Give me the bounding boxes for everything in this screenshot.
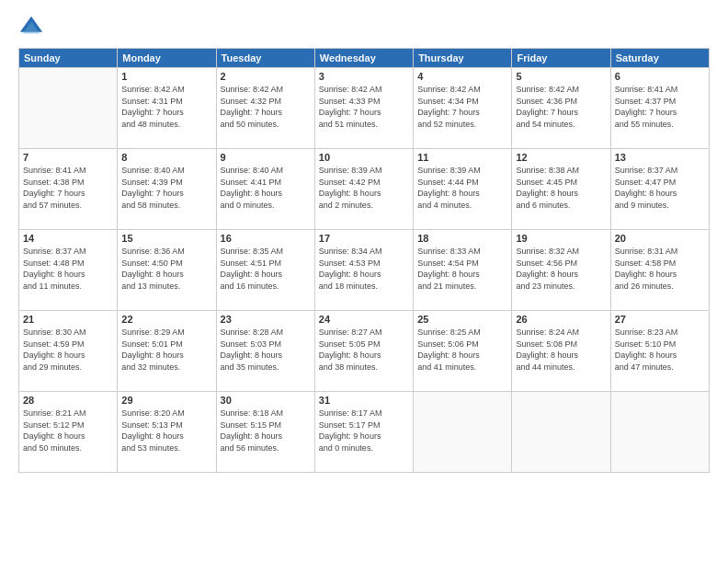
- calendar-cell: 11Sunrise: 8:39 AM Sunset: 4:44 PM Dayli…: [414, 149, 512, 230]
- weekday-monday: Monday: [118, 49, 216, 68]
- week-row-2: 7Sunrise: 8:41 AM Sunset: 4:38 PM Daylig…: [19, 149, 710, 230]
- day-number: 7: [23, 152, 113, 163]
- weekday-thursday: Thursday: [414, 49, 512, 68]
- day-info: Sunrise: 8:20 AM Sunset: 5:13 PM Dayligh…: [121, 408, 211, 454]
- day-number: 1: [121, 71, 211, 82]
- day-number: 22: [121, 314, 211, 325]
- day-info: Sunrise: 8:36 AM Sunset: 4:50 PM Dayligh…: [121, 246, 211, 292]
- calendar-cell: 28Sunrise: 8:21 AM Sunset: 5:12 PM Dayli…: [19, 392, 118, 473]
- calendar-cell: 3Sunrise: 8:42 AM Sunset: 4:33 PM Daylig…: [314, 68, 413, 149]
- day-number: 9: [221, 152, 311, 163]
- week-row-1: 1Sunrise: 8:42 AM Sunset: 4:31 PM Daylig…: [19, 68, 710, 149]
- week-row-5: 28Sunrise: 8:21 AM Sunset: 5:12 PM Dayli…: [19, 392, 710, 473]
- week-row-3: 14Sunrise: 8:37 AM Sunset: 4:48 PM Dayli…: [19, 230, 710, 311]
- day-number: 6: [615, 71, 705, 82]
- calendar-cell: 9Sunrise: 8:40 AM Sunset: 4:41 PM Daylig…: [216, 149, 314, 230]
- calendar-cell: 8Sunrise: 8:40 AM Sunset: 4:39 PM Daylig…: [118, 149, 216, 230]
- day-number: 31: [319, 395, 409, 406]
- calendar-cell: 20Sunrise: 8:31 AM Sunset: 4:58 PM Dayli…: [610, 230, 709, 311]
- day-number: 13: [615, 152, 705, 163]
- day-info: Sunrise: 8:25 AM Sunset: 5:06 PM Dayligh…: [417, 327, 507, 373]
- calendar-cell: 29Sunrise: 8:20 AM Sunset: 5:13 PM Dayli…: [118, 392, 216, 473]
- calendar-cell: 13Sunrise: 8:37 AM Sunset: 4:47 PM Dayli…: [610, 149, 709, 230]
- day-info: Sunrise: 8:40 AM Sunset: 4:39 PM Dayligh…: [121, 165, 211, 211]
- day-number: 23: [221, 314, 311, 325]
- day-info: Sunrise: 8:40 AM Sunset: 4:41 PM Dayligh…: [221, 165, 311, 211]
- day-info: Sunrise: 8:37 AM Sunset: 4:47 PM Dayligh…: [615, 165, 705, 211]
- day-number: 27: [615, 314, 705, 325]
- day-info: Sunrise: 8:28 AM Sunset: 5:03 PM Dayligh…: [221, 327, 311, 373]
- calendar-cell: 15Sunrise: 8:36 AM Sunset: 4:50 PM Dayli…: [118, 230, 216, 311]
- calendar-cell: 22Sunrise: 8:29 AM Sunset: 5:01 PM Dayli…: [118, 311, 216, 392]
- calendar-cell: 16Sunrise: 8:35 AM Sunset: 4:51 PM Dayli…: [216, 230, 314, 311]
- day-info: Sunrise: 8:21 AM Sunset: 5:12 PM Dayligh…: [23, 408, 113, 454]
- logo-icon: [18, 15, 44, 40]
- calendar-cell: 2Sunrise: 8:42 AM Sunset: 4:32 PM Daylig…: [216, 68, 314, 149]
- day-info: Sunrise: 8:24 AM Sunset: 5:08 PM Dayligh…: [516, 327, 606, 373]
- day-number: 8: [121, 152, 211, 163]
- weekday-tuesday: Tuesday: [216, 49, 314, 68]
- calendar-cell: 6Sunrise: 8:41 AM Sunset: 4:37 PM Daylig…: [610, 68, 709, 149]
- day-info: Sunrise: 8:31 AM Sunset: 4:58 PM Dayligh…: [615, 246, 705, 292]
- day-info: Sunrise: 8:42 AM Sunset: 4:34 PM Dayligh…: [417, 84, 507, 130]
- day-info: Sunrise: 8:39 AM Sunset: 4:42 PM Dayligh…: [319, 165, 409, 211]
- calendar-cell: 30Sunrise: 8:18 AM Sunset: 5:15 PM Dayli…: [216, 392, 314, 473]
- day-info: Sunrise: 8:35 AM Sunset: 4:51 PM Dayligh…: [221, 246, 311, 292]
- calendar-cell: [610, 392, 709, 473]
- calendar-cell: [512, 392, 610, 473]
- calendar-cell: 17Sunrise: 8:34 AM Sunset: 4:53 PM Dayli…: [314, 230, 413, 311]
- day-info: Sunrise: 8:39 AM Sunset: 4:44 PM Dayligh…: [417, 165, 507, 211]
- day-number: 19: [516, 233, 606, 244]
- day-info: Sunrise: 8:29 AM Sunset: 5:01 PM Dayligh…: [121, 327, 211, 373]
- day-info: Sunrise: 8:41 AM Sunset: 4:38 PM Dayligh…: [23, 165, 113, 211]
- day-info: Sunrise: 8:34 AM Sunset: 4:53 PM Dayligh…: [319, 246, 409, 292]
- day-info: Sunrise: 8:42 AM Sunset: 4:36 PM Dayligh…: [516, 84, 606, 130]
- day-number: 24: [319, 314, 409, 325]
- day-number: 10: [319, 152, 409, 163]
- weekday-saturday: Saturday: [610, 49, 709, 68]
- logo: [18, 15, 48, 40]
- header: [18, 15, 710, 40]
- day-number: 2: [221, 71, 311, 82]
- day-info: Sunrise: 8:42 AM Sunset: 4:32 PM Dayligh…: [221, 84, 311, 130]
- day-number: 25: [417, 314, 507, 325]
- calendar-cell: 1Sunrise: 8:42 AM Sunset: 4:31 PM Daylig…: [118, 68, 216, 149]
- day-number: 18: [417, 233, 507, 244]
- day-number: 12: [516, 152, 606, 163]
- day-number: 26: [516, 314, 606, 325]
- day-info: Sunrise: 8:42 AM Sunset: 4:33 PM Dayligh…: [319, 84, 409, 130]
- day-info: Sunrise: 8:27 AM Sunset: 5:05 PM Dayligh…: [319, 327, 409, 373]
- day-info: Sunrise: 8:32 AM Sunset: 4:56 PM Dayligh…: [516, 246, 606, 292]
- day-number: 20: [615, 233, 705, 244]
- day-number: 29: [121, 395, 211, 406]
- calendar-cell: 19Sunrise: 8:32 AM Sunset: 4:56 PM Dayli…: [512, 230, 610, 311]
- calendar-cell: 7Sunrise: 8:41 AM Sunset: 4:38 PM Daylig…: [19, 149, 118, 230]
- calendar-cell: 31Sunrise: 8:17 AM Sunset: 5:17 PM Dayli…: [314, 392, 413, 473]
- calendar-cell: [19, 68, 118, 149]
- day-info: Sunrise: 8:23 AM Sunset: 5:10 PM Dayligh…: [615, 327, 705, 373]
- day-info: Sunrise: 8:30 AM Sunset: 4:59 PM Dayligh…: [23, 327, 113, 373]
- calendar-cell: 21Sunrise: 8:30 AM Sunset: 4:59 PM Dayli…: [19, 311, 118, 392]
- weekday-sunday: Sunday: [19, 49, 118, 68]
- day-number: 28: [23, 395, 113, 406]
- day-number: 30: [221, 395, 311, 406]
- day-number: 14: [23, 233, 113, 244]
- calendar-cell: 14Sunrise: 8:37 AM Sunset: 4:48 PM Dayli…: [19, 230, 118, 311]
- day-number: 5: [516, 71, 606, 82]
- calendar-cell: 25Sunrise: 8:25 AM Sunset: 5:06 PM Dayli…: [414, 311, 512, 392]
- day-number: 3: [319, 71, 409, 82]
- weekday-friday: Friday: [512, 49, 610, 68]
- calendar-cell: 18Sunrise: 8:33 AM Sunset: 4:54 PM Dayli…: [414, 230, 512, 311]
- weekday-header-row: SundayMondayTuesdayWednesdayThursdayFrid…: [19, 49, 710, 68]
- day-number: 17: [319, 233, 409, 244]
- calendar-cell: 27Sunrise: 8:23 AM Sunset: 5:10 PM Dayli…: [610, 311, 709, 392]
- calendar-cell: 26Sunrise: 8:24 AM Sunset: 5:08 PM Dayli…: [512, 311, 610, 392]
- day-number: 11: [417, 152, 507, 163]
- day-info: Sunrise: 8:42 AM Sunset: 4:31 PM Dayligh…: [121, 84, 211, 130]
- calendar-cell: 5Sunrise: 8:42 AM Sunset: 4:36 PM Daylig…: [512, 68, 610, 149]
- day-info: Sunrise: 8:38 AM Sunset: 4:45 PM Dayligh…: [516, 165, 606, 211]
- day-info: Sunrise: 8:17 AM Sunset: 5:17 PM Dayligh…: [319, 408, 409, 454]
- week-row-4: 21Sunrise: 8:30 AM Sunset: 4:59 PM Dayli…: [19, 311, 710, 392]
- calendar-cell: 23Sunrise: 8:28 AM Sunset: 5:03 PM Dayli…: [216, 311, 314, 392]
- day-number: 16: [221, 233, 311, 244]
